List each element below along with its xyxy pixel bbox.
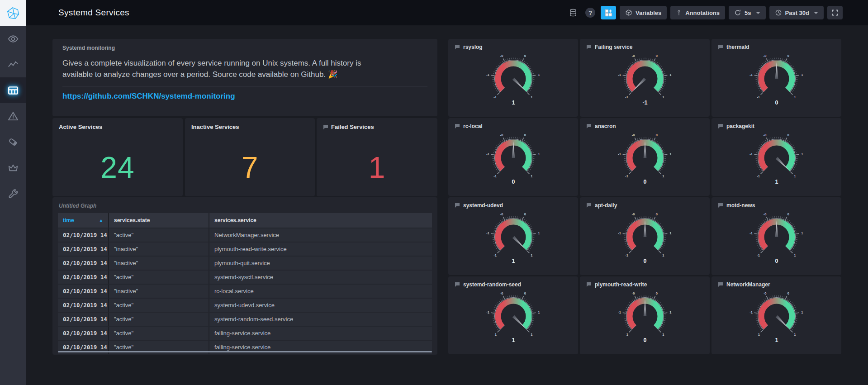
svg-text:-1: -1	[757, 253, 760, 257]
gauge-chart: -1-1-00111	[473, 45, 554, 113]
data-sources-button[interactable]	[566, 6, 580, 19]
sort-asc-icon: ▲	[99, 218, 103, 223]
svg-text:-0: -0	[500, 212, 503, 216]
column-header-services-service[interactable]: services.service	[209, 213, 432, 228]
sidebar-item-alerting[interactable]	[0, 103, 26, 129]
cell-time: 02/10/2019 14:44:…	[58, 327, 109, 340]
chronograf-dashboard: Systemd Services ?	[0, 0, 868, 385]
svg-text:1: 1	[794, 95, 796, 99]
sidebar-item-log-viewer[interactable]	[0, 129, 26, 155]
svg-text:0: 0	[787, 133, 789, 137]
svg-text:-0: -0	[631, 212, 635, 216]
svg-text:1: 1	[538, 231, 540, 235]
svg-text:0: 0	[655, 291, 657, 295]
add-cell-button[interactable]	[601, 6, 616, 19]
add-panel-icon	[604, 9, 612, 17]
alert-triangle-icon	[7, 110, 19, 122]
cell-service: NetworkManager.service	[209, 228, 432, 242]
note-bubble-icon	[718, 203, 723, 208]
note-bubble-icon	[586, 282, 592, 287]
svg-text:-1: -1	[625, 95, 628, 99]
github-link[interactable]: https://github.com/SCHKN/systemd-monitor…	[62, 92, 235, 101]
sidebar-item-admin[interactable]	[0, 155, 26, 181]
annotations-button[interactable]: Annotations	[670, 6, 725, 19]
sidebar-item-configuration[interactable]	[0, 181, 26, 206]
pin-icon	[676, 9, 682, 16]
table-row: 02/10/2019 14:44:…"active"systemd-udevd.…	[58, 299, 432, 312]
svg-text:1: 1	[801, 152, 803, 156]
cell-time: 02/10/2019 14:44:…	[58, 271, 109, 284]
clock-icon	[775, 9, 782, 16]
svg-text:0: 0	[643, 337, 646, 343]
svg-text:-1: -1	[625, 333, 628, 337]
svg-text:-0: -0	[631, 133, 635, 137]
cell-service: systemd-sysctl.service	[209, 271, 432, 284]
table-row: 02/10/2019 14:44:…"inactive"plymouth-rea…	[58, 242, 432, 256]
cell-time: 02/10/2019 14:44:…	[58, 242, 109, 256]
svg-text:-1: -1	[486, 231, 489, 235]
svg-text:0: 0	[643, 258, 646, 264]
gauge-chart: -1-1-00111	[736, 283, 817, 351]
svg-text:1: 1	[669, 152, 671, 156]
note-panel-title: Systemd monitoring	[62, 45, 427, 51]
table-row: 02/10/2019 14:44:…"active"failing-servic…	[58, 327, 432, 340]
graph-line-icon	[7, 59, 19, 71]
svg-text:1: 1	[662, 174, 664, 178]
stat-title: Active Services	[59, 124, 102, 130]
gauge-grid: rsyslog -1-1-00111Failing service -1-1-0…	[448, 39, 841, 354]
cube-icon	[625, 9, 632, 16]
table-row: 02/10/2019 14:44:…"active"systemd-sysctl…	[58, 271, 432, 284]
gauge-panel-packagekit: packagekit -1-1-00111	[711, 118, 841, 196]
gauge-panel-apt-daily: apt-daily -1-1-00110	[580, 197, 710, 275]
table-scrollbar[interactable]	[58, 351, 432, 352]
svg-text:0: 0	[655, 133, 657, 137]
sidebar-item-status[interactable]	[0, 26, 26, 52]
svg-text:1: 1	[662, 333, 664, 337]
svg-text:1: 1	[794, 174, 796, 178]
column-header-services-state[interactable]: services.state	[109, 213, 209, 228]
database-icon	[569, 8, 578, 17]
svg-text:-1: -1	[486, 310, 489, 314]
stat-panel-active-services: Active Services 24	[52, 118, 183, 196]
note-bubble-icon	[586, 44, 592, 50]
svg-text:0: 0	[787, 212, 789, 216]
note-bubble-icon	[718, 44, 723, 50]
svg-text:1: 1	[538, 73, 540, 77]
svg-text:0: 0	[524, 212, 526, 216]
svg-text:-1: -1	[625, 253, 628, 257]
dashboard-grid-icon	[7, 85, 19, 96]
gauge-chart: -1-1-00110	[604, 283, 686, 351]
refresh-interval-value: 5s	[745, 10, 751, 16]
cell-service: rc-local.service	[209, 285, 432, 298]
svg-text:-1: -1	[486, 152, 489, 156]
svg-text:-0: -0	[763, 212, 766, 216]
svg-text:1: 1	[794, 253, 796, 257]
svg-text:0: 0	[655, 212, 657, 216]
sidebar-item-data-explorer[interactable]	[0, 52, 26, 77]
variables-button[interactable]: Variables	[620, 6, 667, 19]
gauge-panel-systemd-random-seed: systemd-random-seed -1-1-00111	[448, 276, 578, 354]
chronograf-logo[interactable]	[0, 0, 26, 26]
column-header-time[interactable]: time▲	[58, 213, 109, 228]
gauge-panel-rsyslog: rsyslog -1-1-00111	[448, 39, 578, 117]
svg-text:-1: -1	[493, 95, 497, 99]
help-button[interactable]: ?	[583, 6, 597, 19]
stat-panel-failed-services: Failed Services 1	[317, 118, 437, 196]
svg-text:-0: -0	[763, 133, 766, 137]
table-body: 02/10/2019 14:44:…"active"NetworkManager…	[58, 228, 432, 354]
table-row: 02/10/2019 14:44:…"active"NetworkManager…	[58, 228, 432, 242]
svg-text:1: 1	[512, 337, 515, 343]
cell-state: "active"	[109, 271, 209, 284]
table-row: 02/10/2019 14:44:…"inactive"rc-local.ser…	[58, 285, 432, 298]
gauge-panel-plymouth-read-write: plymouth-read-write -1-1-00110	[580, 276, 710, 354]
cell-time: 02/10/2019 14:44:…	[58, 299, 109, 312]
svg-text:1: 1	[794, 333, 796, 337]
refresh-interval-dropdown[interactable]: 5s	[729, 6, 765, 19]
cell-state: "inactive"	[109, 257, 209, 270]
svg-text:-1: -1	[749, 73, 753, 77]
cell-state: "active"	[109, 313, 209, 326]
sidebar-item-dashboards[interactable]	[0, 77, 26, 103]
presentation-mode-button[interactable]	[827, 6, 843, 19]
svg-text:-1: -1	[625, 174, 628, 178]
time-range-dropdown[interactable]: Past 30d	[769, 6, 824, 19]
